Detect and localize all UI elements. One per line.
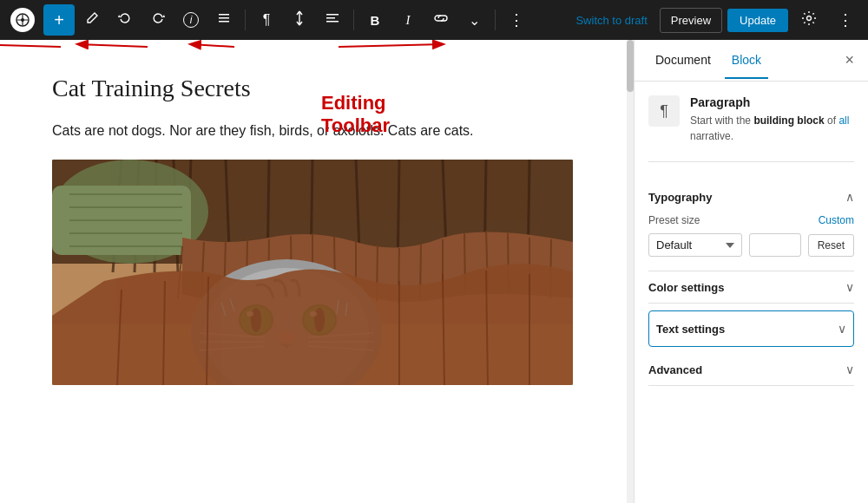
main-layout: Editing Toolbar Cat Training Secret [0,40,868,503]
list-icon [217,11,231,29]
move-button[interactable] [284,4,315,36]
post-paragraph[interactable]: Cats are not dogs. Nor are they fish, bi… [52,120,582,142]
post-title[interactable]: Cat Training Secrets [52,75,582,102]
paragraph-button[interactable]: ¶ [251,4,282,36]
block-desc-part3: narrative. [690,130,733,142]
editor-area[interactable]: Editing Toolbar Cat Training Secret [0,40,634,503]
tab-block[interactable]: Block [725,42,768,79]
scroll-thumb[interactable] [627,40,634,92]
block-info-section: ¶ Paragraph Start with the building bloc… [648,95,854,162]
bold-button[interactable]: B [359,4,391,36]
color-settings-section: Color settings ∨ [648,271,854,304]
link-icon [433,11,449,29]
block-desc-link: all [838,114,849,127]
svg-rect-4 [219,21,229,23]
svg-line-12 [339,44,443,47]
advanced-chevron-icon: ∨ [845,363,854,376]
svg-line-10 [78,44,148,47]
link-button[interactable] [425,4,457,36]
typography-section: Typography ∧ Preset size Custom Default … [648,180,854,271]
editing-toolbar: + i ¶ [0,0,868,40]
settings-button[interactable] [793,4,825,36]
edit-tool-button[interactable] [76,4,108,36]
svg-rect-7 [326,21,339,23]
paragraph-icon: ¶ [263,12,271,28]
preset-size-select[interactable]: Default [648,233,742,257]
plus-icon: + [54,10,64,30]
advanced-title: Advanced [648,363,702,376]
custom-size-input[interactable] [749,233,801,257]
svg-line-9 [0,44,61,47]
add-block-button[interactable]: + [43,4,75,36]
typography-section-header[interactable]: Typography ∧ [648,180,854,214]
wp-logo-icon [10,8,35,32]
pencil-icon [85,11,99,29]
more-options-button[interactable]: ⋮ [830,4,861,36]
text-settings-header[interactable]: Text settings ∨ [656,311,846,346]
advanced-section: Advanced ∨ [648,354,854,386]
block-type-icon: ¶ [648,95,680,127]
undo-button[interactable] [109,4,141,36]
toolbar-right: Switch to draft Preview Update ⋮ [569,4,861,36]
scroll-track [627,40,634,503]
image-block[interactable] [52,160,573,385]
cat-image-svg [52,160,573,385]
vertical-dots-icon: ⋮ [838,10,853,29]
update-button[interactable]: Update [727,9,788,32]
sidebar-content: ¶ Paragraph Start with the building bloc… [635,82,868,503]
three-dots-icon: ⋮ [509,10,525,29]
preview-button[interactable]: Preview [660,8,722,33]
italic-button[interactable]: I [392,4,424,36]
typography-title: Typography [648,191,712,204]
svg-rect-5 [326,14,339,16]
undo-icon [118,11,132,29]
align-button[interactable] [317,4,348,36]
svg-rect-2 [219,14,229,16]
switch-to-draft-button[interactable]: Switch to draft [569,9,654,32]
toolbar-separator-2 [353,10,354,30]
sidebar-close-button[interactable]: × [845,51,854,69]
bold-icon: B [371,13,380,28]
color-settings-title: Color settings [648,281,724,294]
color-settings-chevron-icon: ∨ [845,280,854,294]
italic-icon: I [406,13,411,28]
annotation-arrows [35,40,556,69]
chevron-down-icon: ⌄ [469,12,480,29]
arrows-icon [293,10,306,29]
tab-document[interactable]: Document [648,42,718,79]
info-button[interactable]: i [175,4,207,36]
list-view-button[interactable] [208,4,240,36]
block-type-description: Start with the building block of all nar… [690,113,854,144]
align-icon [326,11,339,29]
toolbar-separator-1 [245,10,246,30]
sidebar-tab-bar: Document Block × [635,40,868,82]
block-sidebar: Document Block × ¶ Paragraph Start with … [634,40,868,503]
typography-chevron-icon: ∧ [845,190,854,204]
toolbar-separator-3 [495,10,496,30]
svg-point-1 [21,18,24,22]
block-type-name: Paragraph [690,95,854,109]
advanced-section-header[interactable]: Advanced ∨ [648,354,854,385]
text-settings-chevron-icon: ∨ [838,322,846,336]
custom-label: Custom [819,214,854,226]
svg-rect-6 [326,17,335,19]
color-settings-header[interactable]: Color settings ∨ [648,271,854,303]
redo-button[interactable] [142,4,174,36]
reset-button[interactable]: Reset [808,234,854,257]
text-settings-title: Text settings [656,323,725,336]
preset-size-label: Preset size [648,214,700,226]
options-button[interactable]: ⋮ [501,4,532,36]
svg-rect-3 [219,17,229,19]
more-dropdown-button[interactable]: ⌄ [458,4,490,36]
block-desc-part2: of [825,114,839,127]
text-settings-section: Text settings ∨ [648,310,854,347]
preset-custom-labels: Preset size Custom [648,214,854,226]
info-icon: i [183,12,199,28]
paragraph-block-icon: ¶ [660,102,668,121]
block-desc-part1: Start with the [690,114,753,127]
preset-row: Default Reset [648,233,854,257]
svg-line-11 [191,44,234,47]
wordpress-logo[interactable] [7,4,38,36]
redo-icon [151,11,165,29]
gear-icon [801,10,817,30]
